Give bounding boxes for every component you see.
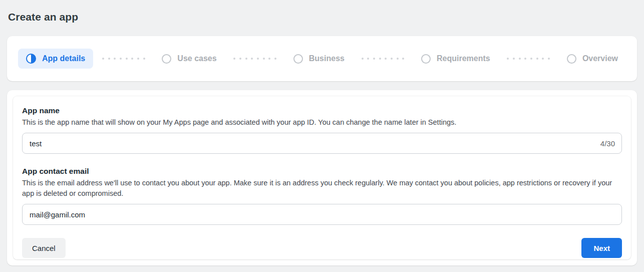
connector-dot (385, 58, 387, 60)
stepper-step-use-cases[interactable]: Use cases (154, 49, 224, 69)
connector-dot (268, 58, 270, 60)
create-app-page: Create an app App detailsUse casesBusine… (0, 0, 644, 265)
connector-dot (548, 58, 550, 60)
stepper-step-label: Use cases (177, 54, 216, 63)
connector-dot (402, 58, 404, 60)
connector-dot (251, 58, 253, 60)
stepper: App detailsUse casesBusinessRequirements… (18, 49, 626, 69)
connector-dot (102, 58, 104, 60)
form-card-inner: App name This is the app name that will … (13, 96, 631, 259)
connector-dot (519, 58, 521, 60)
connector-dot (367, 58, 369, 60)
connector-dot (507, 58, 509, 60)
empty-circle-icon (162, 54, 171, 64)
stepper-connector-dots (353, 58, 413, 60)
contact-email-input-wrap (22, 204, 622, 225)
connector-dot (245, 58, 247, 60)
connector-dot (120, 58, 122, 60)
app-name-label: App name (22, 106, 622, 115)
connector-dot (530, 58, 532, 60)
empty-circle-icon (567, 54, 576, 64)
connector-dot (542, 58, 544, 60)
connector-dot (379, 58, 381, 60)
connector-dot (391, 58, 393, 60)
page-title: Create an app (7, 0, 637, 23)
stepper-connector-dots (225, 58, 285, 60)
stepper-step-label: App details (42, 54, 85, 63)
contact-email-field-group: App contact email This is the email addr… (22, 167, 622, 225)
connector-dot (362, 58, 364, 60)
app-name-field-group: App name This is the app name that will … (22, 106, 622, 154)
cancel-button[interactable]: Cancel (22, 238, 66, 258)
connector-dot (274, 58, 276, 60)
connector-dot (114, 58, 116, 60)
stepper-step-label: Business (309, 54, 345, 63)
connector-dot (397, 58, 399, 60)
connector-dot (233, 58, 235, 60)
connector-dot (126, 58, 128, 60)
stepper-step-label: Requirements (437, 54, 490, 63)
form-card: App name This is the app name that will … (7, 90, 637, 265)
connector-dot (373, 58, 375, 60)
stepper-step-overview[interactable]: Overview (559, 49, 626, 69)
stepper-step-label: Overview (582, 54, 618, 63)
connector-dot (513, 58, 515, 60)
form-actions: Cancel Next (22, 238, 622, 258)
empty-circle-icon (421, 54, 431, 64)
stepper-connector-dots (498, 58, 559, 60)
stepper-card: App detailsUse casesBusinessRequirements… (7, 36, 637, 81)
contact-email-input[interactable] (22, 204, 622, 225)
app-name-description: This is the app name that will show on y… (22, 117, 622, 128)
connector-dot (143, 58, 145, 60)
connector-dot (263, 58, 265, 60)
empty-circle-icon (293, 54, 303, 64)
app-name-input[interactable] (22, 133, 622, 154)
stepper-step-app-details[interactable]: App details (18, 49, 93, 69)
stepper-step-business[interactable]: Business (285, 49, 353, 69)
contact-email-label: App contact email (22, 167, 622, 176)
app-name-input-wrap: 4/30 (22, 133, 622, 154)
stepper-step-requirements[interactable]: Requirements (413, 49, 498, 69)
connector-dot (524, 58, 526, 60)
connector-dot (257, 58, 259, 60)
connector-dot (536, 58, 538, 60)
next-button[interactable]: Next (581, 238, 622, 258)
connector-dot (137, 58, 139, 60)
connector-dot (108, 58, 110, 60)
connector-dot (239, 58, 241, 60)
connector-dot (131, 58, 133, 60)
half-filled-circle-icon (26, 54, 36, 64)
stepper-connector-dots (93, 58, 154, 60)
contact-email-description: This is the email address we'll use to c… (22, 178, 622, 199)
